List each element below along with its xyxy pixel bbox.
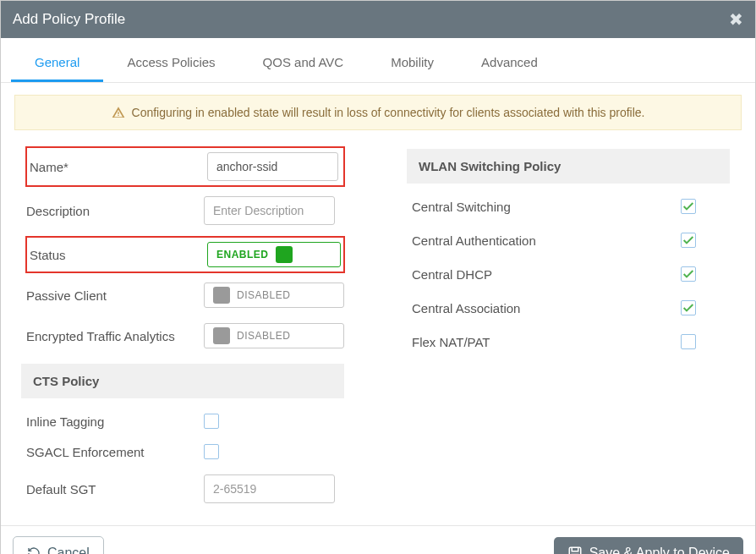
add-policy-profile-modal: Add Policy Profile ✖ General Access Poli…: [0, 0, 756, 554]
sgacl-label: SGACL Enforcement: [26, 445, 204, 459]
tab-bar: General Access Policies QOS and AVC Mobi…: [1, 47, 755, 83]
central-switching-row: Central Switching: [412, 199, 730, 214]
description-label: Description: [26, 204, 204, 218]
tab-qos-avc[interactable]: QOS and AVC: [239, 47, 368, 82]
toggle-indicator-icon: [213, 287, 230, 304]
central-assoc-checkbox[interactable]: [681, 300, 696, 315]
central-dhcp-row: Central DHCP: [412, 266, 730, 282]
description-row: Description: [26, 196, 344, 225]
status-row: Status ENABLED: [26, 237, 344, 272]
modal-titlebar: Add Policy Profile ✖: [1, 1, 755, 38]
eta-label: Encrypted Traffic Analytics: [26, 329, 204, 343]
toggle-indicator-icon: [213, 327, 230, 344]
central-dhcp-checkbox[interactable]: [681, 266, 696, 282]
status-label: Status: [30, 248, 207, 262]
default-sgt-label: Default SGT: [26, 482, 204, 496]
right-column: WLAN Switching Policy Central Switching …: [412, 151, 730, 518]
central-switching-checkbox[interactable]: [681, 199, 696, 214]
passive-client-label: Passive Client: [26, 288, 204, 303]
status-value: ENABLED: [216, 249, 269, 261]
central-dhcp-label: Central DHCP: [412, 267, 492, 282]
name-row: Name*: [26, 147, 344, 186]
tab-access-policies[interactable]: Access Policies: [103, 47, 238, 82]
modal-footer: Cancel Save & Apply to Device: [1, 525, 755, 554]
save-apply-button[interactable]: Save & Apply to Device: [554, 537, 743, 554]
check-icon: [682, 200, 695, 213]
left-column: Name* Description Status ENABLED Passive…: [26, 151, 344, 518]
check-icon: [682, 233, 695, 247]
flex-nat-label: Flex NAT/PAT: [412, 335, 490, 349]
default-sgt-row: Default SGT: [26, 474, 344, 503]
modal-body: Name* Description Status ENABLED Passive…: [1, 142, 755, 525]
close-icon[interactable]: ✖: [729, 9, 743, 30]
wlan-switching-header: WLAN Switching Policy: [407, 149, 730, 184]
warning-text: Configuring in enabled state will result…: [132, 106, 645, 119]
cancel-button[interactable]: Cancel: [13, 536, 104, 554]
flex-nat-row: Flex NAT/PAT: [412, 334, 730, 349]
save-label: Save & Apply to Device: [589, 546, 730, 554]
default-sgt-input[interactable]: [204, 474, 335, 503]
name-label: Name*: [30, 160, 207, 174]
inline-tagging-label: Inline Tagging: [26, 414, 204, 429]
central-auth-row: Central Authentication: [412, 233, 730, 248]
eta-row: Encrypted Traffic Analytics DISABLED: [26, 323, 344, 348]
name-input[interactable]: [207, 152, 338, 181]
warning-alert: Configuring in enabled state will result…: [14, 95, 742, 130]
description-input[interactable]: [204, 196, 335, 225]
tab-advanced[interactable]: Advanced: [457, 47, 562, 82]
inline-tagging-checkbox[interactable]: [204, 414, 219, 429]
tab-general[interactable]: General: [11, 47, 103, 82]
flex-nat-checkbox[interactable]: [681, 334, 696, 349]
eta-toggle[interactable]: DISABLED: [204, 323, 344, 348]
central-auth-checkbox[interactable]: [681, 233, 696, 248]
save-icon: [567, 546, 583, 554]
passive-client-value: DISABLED: [237, 289, 290, 301]
warning-icon: [112, 106, 125, 119]
passive-client-row: Passive Client DISABLED: [26, 282, 344, 308]
central-auth-label: Central Authentication: [412, 233, 536, 248]
tab-mobility[interactable]: Mobility: [367, 47, 457, 82]
cts-policy-header: CTS Policy: [21, 364, 344, 398]
cancel-label: Cancel: [47, 546, 90, 554]
eta-value: DISABLED: [237, 330, 290, 342]
central-switching-label: Central Switching: [412, 200, 511, 214]
undo-icon: [27, 546, 41, 554]
toggle-indicator-icon: [276, 246, 293, 263]
sgacl-checkbox[interactable]: [204, 444, 219, 459]
check-icon: [682, 267, 695, 281]
modal-title: Add Policy Profile: [13, 11, 125, 28]
status-toggle[interactable]: ENABLED: [207, 242, 341, 267]
central-assoc-label: Central Association: [412, 301, 520, 315]
check-icon: [682, 301, 695, 315]
passive-client-toggle[interactable]: DISABLED: [204, 282, 344, 308]
sgacl-row: SGACL Enforcement: [26, 444, 344, 459]
central-assoc-row: Central Association: [412, 300, 730, 315]
inline-tagging-row: Inline Tagging: [26, 414, 344, 429]
